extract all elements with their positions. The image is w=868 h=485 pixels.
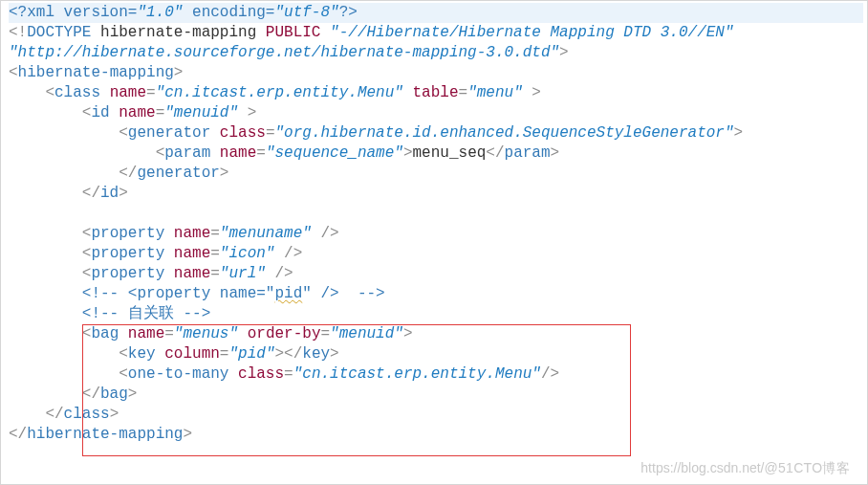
code-editor[interactable]: <?xml version="1.0" encoding="utf-8"?> <… [0,0,868,485]
tag-param: param [164,144,210,162]
doctype-keyword: DOCTYPE [27,24,91,41]
tag-key: key [128,345,156,363]
tag-one-to-many: one-to-many [128,365,229,383]
tag-property: property [91,225,164,242]
xml-comment: <!-- <property name= [82,285,266,302]
xml-decl-open: <? [9,4,27,21]
code-line[interactable]: <!DOCTYPE hibernate-mapping PUBLIC "-//H… [9,23,863,43]
code-line[interactable]: <param name="sequence_name">menu_seq</pa… [9,143,863,164]
code-line[interactable]: <class name="cn.itcast.erp.entity.Menu" … [9,83,863,103]
code-line[interactable]: <property name="url" /> [9,264,863,284]
code-line[interactable]: <id name="menuid" > [9,103,863,123]
code-line[interactable]: <property name="icon" /> [9,244,863,264]
code-line[interactable]: <hibernate-mapping> [9,63,863,83]
tag-bag: bag [91,325,119,342]
code-line[interactable]: </id> [9,184,863,204]
code-line-blank[interactable] [9,204,863,224]
code-line[interactable]: <one-to-many class="cn.itcast.erp.entity… [9,364,863,385]
watermark: https://blog.csdn.net/@51CTO博客 [640,458,850,478]
tag-hibernate-mapping: hibernate-mapping [18,64,174,81]
code-line[interactable]: <?xml version="1.0" encoding="utf-8"?> [9,3,863,23]
tag-id: id [91,104,109,121]
code-line[interactable]: <!-- <property name="pid" /> --> [9,284,863,304]
xml-decl-close: ?> [339,4,358,21]
code-line[interactable]: </bag> [9,385,863,405]
warning-pid: pid [274,285,302,302]
tag-class: class [54,84,100,101]
tag-generator: generator [128,124,210,142]
code-line[interactable]: </generator> [9,164,863,184]
xml-comment: <!-- 自关联 --> [82,305,210,322]
code-line[interactable]: "http://hibernate.sourceforge.net/hibern… [9,43,863,63]
code-line[interactable]: <key column="pid"></key> [9,344,863,364]
xml-decl-attrs: xml version= [27,4,137,21]
code-line[interactable]: </hibernate-mapping> [9,425,863,445]
code-line[interactable]: <property name="menuname" /> [9,224,863,244]
code-line[interactable]: <bag name="menus" order-by="menuid"> [9,324,863,344]
code-line[interactable]: </class> [9,405,863,425]
code-line[interactable]: <generator class="org.hibernate.id.enhan… [9,123,863,143]
code-line[interactable]: <!-- 自关联 --> [9,304,863,324]
text-menu-seq: menu_seq [413,144,487,162]
